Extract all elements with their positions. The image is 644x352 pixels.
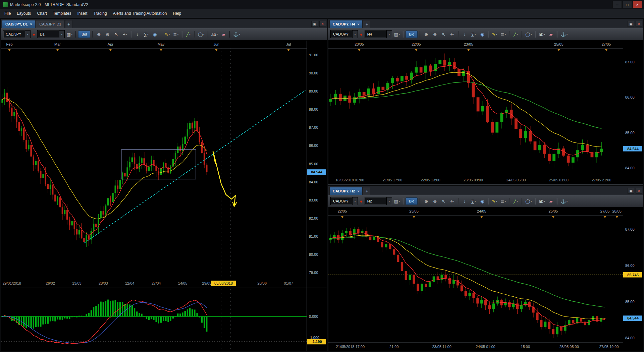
- zoom-in-icon[interactable]: ⊕: [95, 31, 103, 38]
- price-chart-h4[interactable]: 87.0086.0085.0084.0020/0522/0523/0525/05…: [328, 41, 643, 184]
- chart-type-icon[interactable]: ▥▾: [66, 31, 73, 38]
- eraser-icon[interactable]: ▰: [547, 31, 555, 38]
- trendline-icon[interactable]: ╱▾: [184, 31, 192, 38]
- panel-restore-icon[interactable]: ▣: [628, 188, 634, 194]
- new-tab-button[interactable]: +: [363, 187, 370, 195]
- panel-restore-icon[interactable]: ▣: [311, 21, 318, 27]
- patterns-icon[interactable]: ≣▾: [172, 31, 180, 38]
- svg-text:85.745: 85.745: [627, 273, 639, 277]
- menu-insert[interactable]: Insert: [74, 10, 90, 17]
- zoom-in-icon: ⊕: [424, 32, 428, 37]
- period-select[interactable]: H4▾: [365, 30, 392, 38]
- close-icon[interactable]: ×: [358, 22, 360, 26]
- panel-close-icon[interactable]: ×: [636, 188, 642, 194]
- panel-restore-icon[interactable]: ▣: [628, 21, 634, 27]
- measure-icon[interactable]: ↕: [133, 31, 141, 38]
- close-icon[interactable]: ×: [30, 22, 32, 26]
- crosshair-icon[interactable]: ⌖▾: [448, 197, 456, 205]
- tab-cadjpy-h4[interactable]: CAD/JPY, H4 ×: [329, 20, 363, 28]
- new-tab-button[interactable]: +: [65, 20, 72, 28]
- globe-icon[interactable]: ◉: [478, 31, 486, 38]
- pencil-icon[interactable]: ✎▾: [491, 31, 498, 38]
- anchor-icon[interactable]: ⚓▾: [559, 197, 569, 205]
- pencil-icon[interactable]: ✎▾: [163, 31, 171, 38]
- indicators-icon[interactable]: ∑▾: [470, 31, 477, 38]
- close-button[interactable]: ×: [633, 1, 642, 8]
- chevron-down-icon: ▾: [496, 33, 497, 36]
- zoom-out-icon[interactable]: ⊖: [104, 31, 111, 38]
- menu-templates[interactable]: Templates: [50, 10, 74, 17]
- globe-icon[interactable]: ◉: [478, 197, 486, 205]
- globe-icon[interactable]: ◉: [151, 31, 159, 38]
- bid-button[interactable]: Bid: [78, 31, 90, 38]
- svg-text:82.00: 82.00: [309, 216, 318, 220]
- price-chart-h2[interactable]: 87.0086.0085.0084.0022/0523/0524/0525/05…: [328, 208, 643, 351]
- crosshair-icon[interactable]: ⌖▾: [121, 31, 129, 38]
- crosshair-icon[interactable]: ⌖▾: [448, 31, 456, 38]
- menu-trading[interactable]: Trading: [90, 10, 110, 17]
- tab-cadjpy-d1-secondary[interactable]: CAD/JPY, D1: [36, 20, 64, 28]
- svg-text:22/05: 22/05: [412, 42, 421, 46]
- toolbar-separator: [509, 31, 510, 38]
- chevron-down-icon: ▾: [566, 200, 568, 203]
- cursor-icon[interactable]: ↖: [440, 31, 447, 38]
- svg-text:86.00: 86.00: [625, 263, 635, 268]
- text-tool-icon[interactable]: ab▾: [210, 31, 219, 38]
- ellipse-icon[interactable]: ◯▾: [524, 31, 533, 38]
- zoom-in-icon[interactable]: ⊕: [422, 197, 430, 205]
- period-select[interactable]: D1▾: [37, 30, 65, 38]
- chevron-down-icon: ▾: [386, 197, 392, 205]
- cursor-icon[interactable]: ↖: [440, 197, 447, 205]
- symbol-select[interactable]: CAD/JPY▾: [3, 30, 31, 38]
- panel-close-icon[interactable]: ×: [319, 21, 326, 27]
- chevron-down-icon: ▾: [25, 31, 30, 38]
- menu-help[interactable]: Help: [170, 10, 184, 17]
- anchor-icon[interactable]: ⚓▾: [559, 31, 569, 38]
- svg-text:87.00: 87.00: [625, 227, 635, 231]
- ellipse-icon[interactable]: ◯▾: [197, 31, 206, 38]
- indicators-icon[interactable]: ∑▾: [142, 31, 150, 38]
- text-tool-icon: ab: [539, 32, 543, 37]
- chart-type-icon[interactable]: ▥▾: [393, 31, 401, 38]
- bid-button[interactable]: Bid: [406, 31, 418, 38]
- ellipse-icon[interactable]: ◯▾: [524, 197, 533, 205]
- bid-button[interactable]: Bid: [406, 197, 418, 205]
- measure-icon[interactable]: ↕: [461, 31, 469, 38]
- close-icon[interactable]: ×: [358, 189, 360, 193]
- menu-layouts[interactable]: Layouts: [14, 10, 34, 17]
- cursor-icon[interactable]: ↖: [112, 31, 120, 38]
- zoom-out-icon[interactable]: ⊖: [431, 31, 439, 38]
- anchor-icon[interactable]: ⚓▾: [232, 31, 241, 38]
- indicators-icon[interactable]: ∑▾: [470, 197, 477, 205]
- price-chart-d1[interactable]: 91.0090.0089.0088.0087.0086.0085.0084.00…: [1, 41, 327, 288]
- period-select[interactable]: H2▾: [365, 197, 392, 205]
- symbol-select[interactable]: CAD/JPY▾: [330, 197, 358, 205]
- tab-strip-d1: CAD/JPY, D1 × CAD/JPY, D1 + ▣ ×: [1, 19, 327, 28]
- zoom-in-icon[interactable]: ⊕: [422, 31, 430, 38]
- symbol-select[interactable]: CAD/JPY▾: [330, 30, 358, 38]
- pencil-icon: ✎: [492, 199, 496, 203]
- menu-alerts-and-trading-automation[interactable]: Alerts and Trading Automation: [110, 10, 170, 17]
- pencil-icon[interactable]: ✎▾: [491, 197, 498, 205]
- trendline-icon[interactable]: ╱▾: [512, 197, 520, 205]
- eraser-icon[interactable]: ▰: [220, 31, 227, 38]
- measure-icon[interactable]: ↕: [461, 197, 469, 205]
- new-tab-button[interactable]: +: [363, 20, 370, 28]
- patterns-icon[interactable]: ≣▾: [499, 197, 507, 205]
- text-tool-icon[interactable]: ab▾: [538, 31, 546, 38]
- oscillator-svg: 0.000-1.000-1.190: [1, 288, 327, 351]
- tab-cadjpy-h2[interactable]: CAD/JPY, H2 ×: [329, 187, 363, 195]
- minimize-button[interactable]: ─: [612, 1, 622, 8]
- oscillator-panel-d1[interactable]: 0.000-1.000-1.190: [1, 288, 327, 351]
- menu-file[interactable]: File: [1, 10, 14, 17]
- panel-close-icon[interactable]: ×: [636, 21, 642, 27]
- text-tool-icon[interactable]: ab▾: [538, 197, 546, 205]
- trendline-icon[interactable]: ╱▾: [512, 31, 520, 38]
- zoom-out-icon[interactable]: ⊖: [431, 197, 439, 205]
- maximize-button[interactable]: □: [623, 1, 632, 8]
- eraser-icon[interactable]: ▰: [547, 197, 555, 205]
- menu-chart[interactable]: Chart: [34, 10, 50, 17]
- tab-cadjpy-d1[interactable]: CAD/JPY, D1 ×: [2, 20, 35, 28]
- patterns-icon[interactable]: ≣▾: [499, 31, 507, 38]
- chart-type-icon[interactable]: ▥▾: [393, 197, 401, 205]
